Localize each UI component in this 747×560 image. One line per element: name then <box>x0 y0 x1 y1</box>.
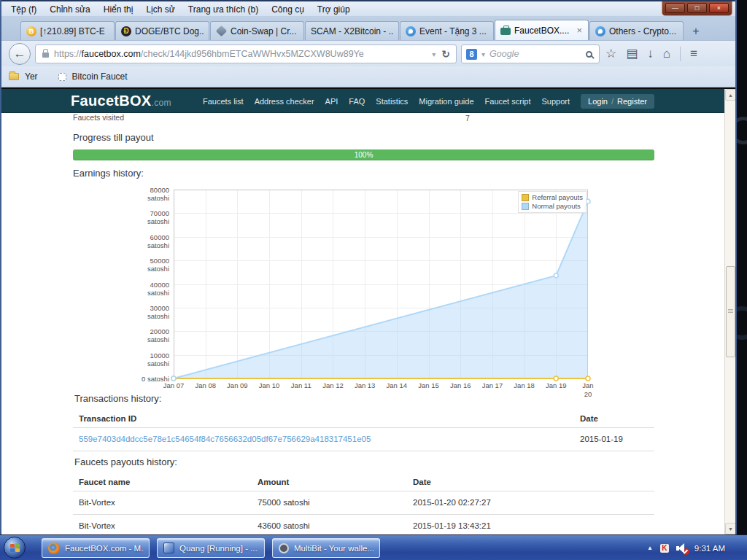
tab-3[interactable]: SCAM - X2Bitcoin - ... <box>305 21 399 40</box>
login-register-button[interactable]: Login/Register <box>581 94 654 109</box>
tab-2[interactable]: Coin-Swap | Cr... <box>210 21 304 40</box>
downloads-icon[interactable]: ↓ <box>647 44 654 63</box>
tab-close-icon[interactable]: × <box>576 26 583 35</box>
table-row: Bit-Vortex43600 satoshi2015-01-19 13:43:… <box>73 515 654 535</box>
kaspersky-icon[interactable]: K <box>660 544 669 553</box>
site-nav-item-6[interactable]: Faucet script <box>485 97 531 106</box>
column-header-date: Date <box>407 473 654 491</box>
new-tab-button[interactable]: + <box>686 23 705 40</box>
taskbar-buttons: FaucetBOX.com - M...Quang [Running] - ..… <box>42 538 380 558</box>
bitcoin-icon: B <box>26 26 36 36</box>
site-nav-item-3[interactable]: FAQ <box>349 97 365 106</box>
search-input[interactable]: Google <box>489 49 586 59</box>
logo-main: FaucetBOX <box>71 93 152 109</box>
tab-label: DOGE/BTC Dog... <box>135 26 204 36</box>
site-nav-item-5[interactable]: Migration guide <box>419 97 473 106</box>
bookmark-item-0[interactable]: Yer <box>25 71 41 82</box>
amount-cell: 75000 satoshi <box>252 491 407 515</box>
coinswap-icon <box>216 26 228 37</box>
tray-expand-icon[interactable]: ▲ <box>647 545 653 551</box>
y-axis-tick: 10000 satoshi <box>131 351 169 368</box>
menu-item-4[interactable]: Trang ưa thích (b) <box>182 3 265 16</box>
tab-1[interactable]: ÐDOGE/BTC Dog... <box>115 21 209 40</box>
taskbar-button-1[interactable]: Quang [Running] - ... <box>157 538 265 558</box>
site-nav-item-1[interactable]: Address checker <box>255 97 314 106</box>
column-header-faucet-name: Faucet name <box>73 473 252 491</box>
amount-cell: 43600 satoshi <box>252 515 407 535</box>
faucet-name-cell: Bit-Vortex <box>73 491 252 515</box>
site-nav-item-4[interactable]: Statistics <box>376 97 408 106</box>
menu-item-2[interactable]: Hiển thị <box>97 3 140 16</box>
earnings-chart: 0 satoshi10000 satoshi20000 satoshi30000… <box>131 186 605 397</box>
minimize-button[interactable]: — <box>665 3 685 13</box>
y-axis-tick: 70000 satoshi <box>131 209 169 225</box>
page-content: FaucetBOX.com Faucets listAddress checke… <box>0 89 724 534</box>
tab-6[interactable]: Others - Crypto... <box>589 21 684 40</box>
taskbar-button-2[interactable]: MultiBit - Your walle... <box>272 538 380 558</box>
menu-item-5[interactable]: Công cụ <box>265 3 311 16</box>
volume-muted-icon[interactable] <box>676 543 687 553</box>
menu-item-0[interactable]: Tệp (f) <box>4 3 43 16</box>
tab-label: Coin-Swap | Cr... <box>231 26 298 36</box>
bookmark-item-1[interactable]: Bitcoin Faucet <box>72 71 131 82</box>
site-nav-item-2[interactable]: API <box>325 97 338 106</box>
back-button[interactable]: ← <box>9 43 31 65</box>
transaction-link[interactable]: 559e7403d4ddcc5e78e1c54654f84c7656632d05… <box>79 435 371 443</box>
taskbar-button-0[interactable]: FaucetBOX.com - M... <box>42 538 150 558</box>
close-button[interactable]: × <box>709 3 729 13</box>
register-link[interactable]: Register <box>617 97 647 106</box>
page-scrollbar[interactable]: ▲ ▼ <box>724 89 735 534</box>
bookmark-star-icon[interactable]: ☆ <box>605 44 616 63</box>
taskbar-clock[interactable]: 9:31 AM <box>694 544 725 553</box>
browser-menubar: Tệp (f)Chỉnh sửaHiển thịLịch sửTrang ưa … <box>0 0 737 16</box>
tab-label: [↑210.89] BTC-E <box>40 26 109 36</box>
x-axis-tick: Jan 10 <box>253 381 285 390</box>
site-nav-item-0[interactable]: Faucets list <box>203 97 244 106</box>
hamburger-menu-icon[interactable]: ≡ <box>690 44 697 63</box>
home-icon[interactable]: ⌂ <box>663 44 670 63</box>
mute-badge <box>683 548 689 555</box>
y-axis-tick: 60000 satoshi <box>131 233 169 249</box>
forum-icon <box>406 26 416 36</box>
faucets-visited-label: Faucets visited <box>73 113 124 122</box>
search-icon[interactable] <box>586 51 592 58</box>
menu-item-6[interactable]: Trợ giúp <box>311 3 357 16</box>
y-axis-tick: 20000 satoshi <box>131 327 169 343</box>
scroll-up-icon[interactable]: ▲ <box>725 89 736 101</box>
site-nav-item-7[interactable]: Support <box>542 97 570 106</box>
menu-item-3[interactable]: Lịch sử <box>139 3 181 16</box>
search-bar[interactable]: 8 ▾ Google <box>461 44 600 63</box>
url-bar[interactable]: https:// faucetbox.com /check/144jkd956h… <box>35 44 457 63</box>
site-logo[interactable]: FaucetBOX.com <box>71 93 171 109</box>
tab-0[interactable]: B[↑210.89] BTC-E <box>20 21 115 40</box>
forum-icon <box>595 26 605 36</box>
scrollbar-thumb[interactable] <box>726 266 735 357</box>
faucetbox-icon <box>500 28 511 35</box>
login-link[interactable]: Login <box>588 97 608 106</box>
legend-label: Referral payouts <box>532 193 583 202</box>
column-header-amount: Amount <box>252 473 407 491</box>
column-header-date: Date <box>574 410 654 428</box>
payouts-heading: Faucets payouts history: <box>74 456 177 467</box>
toolbar-icons: ☆ ▤ ↓ ⌂ ≡ <box>605 44 697 63</box>
tab-4[interactable]: Event - Tặng 3 ... <box>400 21 494 40</box>
payouts-table: Faucet name Amount Date Bit-Vortex75000 … <box>73 473 654 534</box>
reload-icon[interactable]: ↻ <box>440 48 452 60</box>
tab-label: Others - Crypto... <box>609 26 678 36</box>
x-axis-tick: Jan 19 <box>540 381 572 390</box>
start-button[interactable] <box>4 537 26 559</box>
legend-swatch <box>522 194 529 201</box>
scroll-down-icon[interactable]: ▼ <box>725 523 736 534</box>
faucets-visited-row: Faucets visited 7 <box>73 113 654 123</box>
bookmarks-list-icon[interactable]: ▤ <box>626 44 638 63</box>
url-dropdown-icon[interactable]: ▾ <box>427 50 440 58</box>
site-nav: Faucets listAddress checkerAPIFAQStatist… <box>203 89 654 113</box>
progress-value: 100% <box>73 149 654 160</box>
maximize-button[interactable]: □ <box>687 3 707 13</box>
google-engine-icon[interactable]: 8 <box>466 49 477 60</box>
engine-dropdown-icon[interactable]: ▾ <box>477 50 489 58</box>
menu-item-1[interactable]: Chỉnh sửa <box>43 3 96 16</box>
tab-5[interactable]: FaucetBOX....× <box>495 20 589 40</box>
system-tray: ▲ K 9:31 AM <box>647 535 725 560</box>
legend-label: Normal payouts <box>532 202 581 211</box>
